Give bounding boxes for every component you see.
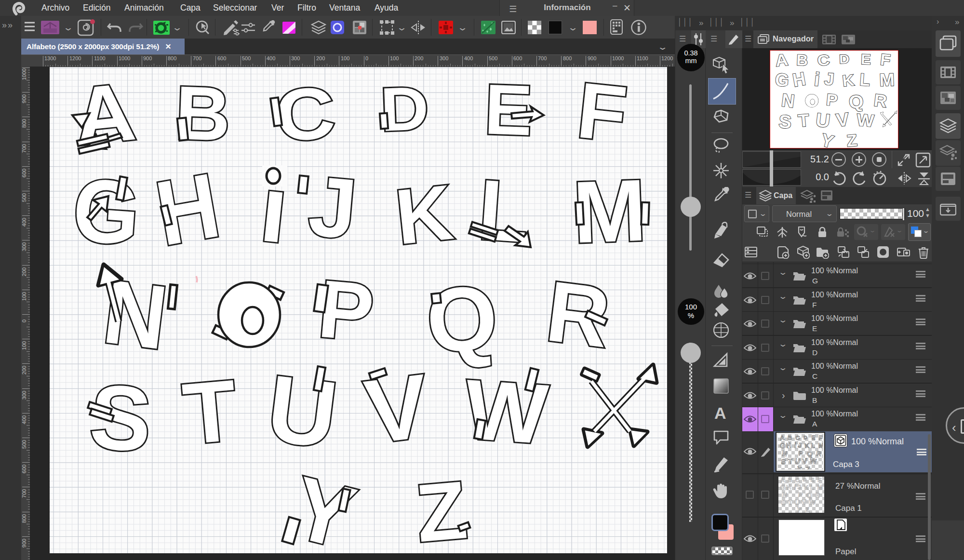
svg-text:G: G: [780, 483, 785, 491]
svg-text:D: D: [839, 52, 850, 67]
svg-text:L: L: [811, 442, 815, 450]
svg-text:B: B: [174, 70, 232, 157]
svg-text:Z: Z: [846, 131, 858, 148]
svg-text:R: R: [873, 90, 888, 111]
svg-text:J: J: [798, 441, 802, 449]
svg-text:Y: Y: [796, 465, 802, 471]
svg-text:S: S: [778, 111, 792, 132]
svg-text:Y: Y: [796, 506, 802, 513]
svg-text:J: J: [823, 69, 835, 89]
svg-text:W: W: [809, 498, 816, 506]
svg-text:F: F: [818, 434, 823, 441]
svg-text:K: K: [804, 484, 809, 491]
svg-text:i: i: [794, 441, 797, 449]
svg-text:P: P: [826, 90, 839, 109]
svg-text:N: N: [780, 90, 796, 111]
svg-text:C: C: [817, 52, 830, 69]
svg-text:D: D: [803, 477, 807, 482]
svg-text:Q: Q: [807, 450, 813, 458]
svg-text:C: C: [795, 435, 800, 441]
svg-text:A: A: [775, 51, 789, 70]
svg-text:D: D: [803, 435, 808, 440]
svg-text:M: M: [817, 484, 823, 491]
svg-text:N: N: [782, 449, 788, 458]
svg-text:R: R: [816, 449, 822, 457]
svg-text:E: E: [812, 435, 816, 440]
svg-text:R: R: [815, 491, 821, 499]
svg-text:P: P: [798, 492, 803, 499]
svg-text:E: E: [811, 477, 815, 482]
svg-text:T: T: [788, 457, 793, 465]
svg-text:B: B: [788, 435, 792, 441]
svg-text:Z: Z: [805, 507, 810, 513]
svg-text:i: i: [813, 68, 821, 90]
svg-text:A: A: [780, 477, 785, 484]
svg-text:N: N: [782, 491, 787, 499]
svg-text:S: S: [781, 458, 786, 466]
svg-text:M: M: [879, 69, 895, 90]
svg-text:E: E: [483, 69, 534, 150]
svg-text:H: H: [791, 68, 807, 91]
svg-text:V: V: [802, 498, 807, 506]
svg-text:U: U: [794, 457, 801, 466]
svg-text:H: H: [786, 441, 791, 450]
svg-text:V: V: [802, 457, 808, 465]
svg-text:W: W: [810, 457, 817, 465]
svg-text:Q: Q: [848, 91, 864, 112]
svg-text:E: E: [860, 51, 871, 67]
svg-text:i: i: [794, 483, 797, 491]
svg-text:G: G: [775, 69, 790, 90]
svg-text:U: U: [794, 498, 800, 507]
svg-text:C: C: [795, 477, 800, 483]
svg-text:P: P: [799, 450, 803, 457]
svg-text:B: B: [788, 477, 792, 483]
svg-text:U: U: [262, 355, 343, 468]
svg-text:Q: Q: [806, 491, 812, 499]
svg-text:F: F: [817, 477, 822, 484]
svg-text:Y: Y: [819, 130, 836, 148]
svg-text:K: K: [842, 71, 855, 90]
svg-text:F: F: [879, 51, 891, 69]
svg-text:D: D: [379, 73, 430, 144]
svg-text:J: J: [305, 158, 361, 256]
svg-text:K: K: [391, 168, 456, 261]
svg-text:T: T: [797, 110, 810, 131]
svg-text:G: G: [779, 441, 785, 450]
svg-text:Z: Z: [806, 465, 810, 471]
svg-text:A: A: [779, 434, 785, 442]
svg-text:B: B: [796, 52, 808, 69]
svg-text:K: K: [804, 442, 809, 450]
svg-text:L: L: [810, 483, 815, 491]
svg-text:M: M: [818, 441, 824, 450]
svg-text:T: T: [788, 498, 793, 506]
svg-text:T: T: [179, 361, 241, 463]
svg-text:L: L: [859, 70, 870, 90]
svg-text:V: V: [835, 109, 850, 131]
svg-text:H: H: [786, 483, 791, 492]
svg-text:V: V: [360, 355, 434, 463]
svg-text:C: C: [273, 71, 337, 157]
svg-text:Z: Z: [413, 464, 470, 553]
svg-text:U: U: [815, 109, 831, 132]
svg-text:Q: Q: [423, 266, 501, 372]
svg-text:W: W: [856, 110, 875, 131]
svg-text:J: J: [797, 483, 802, 491]
svg-text:S: S: [781, 499, 786, 507]
svg-text:R: R: [542, 263, 615, 365]
svg-text:F: F: [574, 67, 631, 159]
